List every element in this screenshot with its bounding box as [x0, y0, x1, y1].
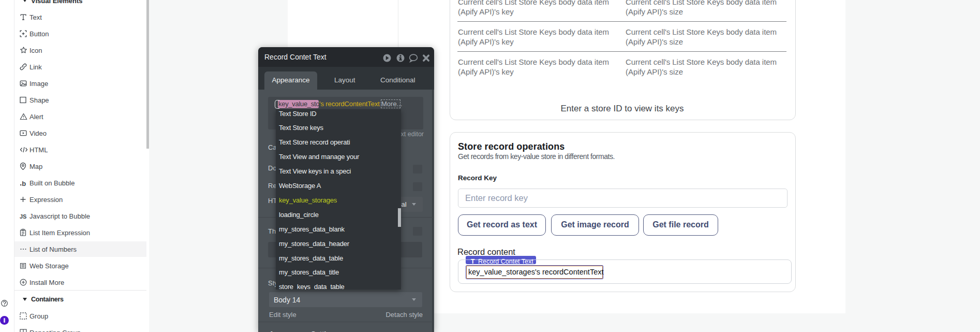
svg-text:JS: JS: [20, 213, 26, 220]
svg-text:b: b: [22, 180, 26, 187]
